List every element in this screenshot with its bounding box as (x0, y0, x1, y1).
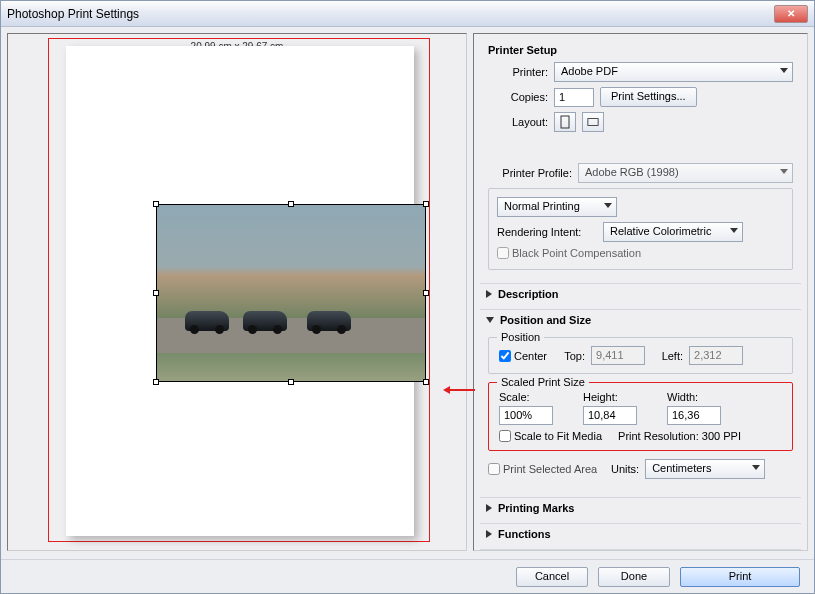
print-settings-button[interactable]: Print Settings... (600, 87, 697, 107)
functions-title: Functions (498, 528, 551, 540)
image-preview[interactable] (156, 204, 426, 382)
scaled-print-size-fieldset: Scaled Print Size Scale: 100% Height: 10… (488, 382, 793, 451)
center-label: Center (514, 350, 547, 362)
print-settings-dialog: Photoshop Print Settings ✕ 20,99 cm x 29… (0, 0, 815, 594)
center-checkbox[interactable]: Center (499, 350, 547, 362)
scale-input[interactable]: 100% (499, 406, 553, 425)
rendering-intent-select[interactable]: Relative Colorimetric (603, 222, 743, 242)
print-mode-select[interactable]: Normal Printing (497, 197, 617, 217)
print-resolution: Print Resolution: 300 PPI (618, 430, 741, 442)
paper-preview (66, 46, 414, 536)
chevron-down-icon (780, 169, 788, 174)
triangle-right-icon (486, 504, 492, 512)
description-section[interactable]: Description (480, 283, 801, 304)
print-selected-label: Print Selected Area (503, 463, 597, 475)
checkbox-icon[interactable] (499, 430, 511, 442)
position-legend: Position (497, 331, 544, 343)
units-label: Units: (603, 463, 639, 475)
left-input[interactable]: 2,312 (689, 346, 743, 365)
position-size-section[interactable]: Position and Size (480, 309, 801, 330)
description-title: Description (498, 288, 559, 300)
color-group: Printer Profile: Adobe RGB (1998) Normal… (480, 159, 801, 278)
position-fieldset: Position Center Top: 9,411 Left: 2,312 (488, 337, 793, 374)
width-input[interactable]: 16,36 (667, 406, 721, 425)
cancel-button[interactable]: Cancel (516, 567, 588, 587)
position-size-title: Position and Size (500, 314, 591, 326)
height-input[interactable]: 10,84 (583, 406, 637, 425)
svg-rect-0 (561, 116, 569, 128)
triangle-right-icon (486, 290, 492, 298)
checkbox-icon[interactable] (499, 350, 511, 362)
black-point-checkbox[interactable]: Black Point Compensation (497, 247, 641, 259)
print-selected-checkbox[interactable]: Print Selected Area (488, 463, 597, 475)
portrait-icon (559, 115, 571, 129)
copies-label: Copies: (488, 91, 548, 103)
position-size-group: Position Center Top: 9,411 Left: 2,312 S… (480, 335, 801, 492)
postscript-section[interactable]: PostScript Options (480, 549, 801, 551)
resize-handle[interactable] (423, 379, 429, 385)
resize-handle[interactable] (153, 290, 159, 296)
intent-value: Relative Colorimetric (610, 225, 711, 237)
photo-car (185, 311, 229, 331)
resize-handle[interactable] (423, 201, 429, 207)
triangle-down-icon (486, 317, 494, 323)
photo-content (157, 205, 425, 381)
printing-marks-section[interactable]: Printing Marks (480, 497, 801, 518)
top-input[interactable]: 9,411 (591, 346, 645, 365)
color-fieldset: Normal Printing Rendering Intent: Relati… (488, 188, 793, 270)
print-button[interactable]: Print (680, 567, 800, 587)
checkbox-icon[interactable] (497, 247, 509, 259)
printer-select[interactable]: Adobe PDF (554, 62, 793, 82)
black-point-label: Black Point Compensation (512, 247, 641, 259)
photo-car (243, 311, 287, 331)
resize-handle[interactable] (153, 201, 159, 207)
scale-label: Scale: (499, 391, 553, 403)
printer-value: Adobe PDF (561, 65, 618, 77)
profile-label: Printer Profile: (488, 167, 572, 179)
resize-handle[interactable] (288, 379, 294, 385)
units-select[interactable]: Centimeters (645, 459, 765, 479)
layout-label: Layout: (488, 116, 548, 128)
chevron-down-icon (780, 68, 788, 73)
svg-rect-1 (588, 119, 598, 126)
left-label: Left: (651, 350, 683, 362)
done-button[interactable]: Done (598, 567, 670, 587)
settings-pane: Printer Setup Printer: Adobe PDF Copies:… (473, 33, 808, 551)
chevron-down-icon (604, 203, 612, 208)
window-buttons: ✕ (774, 5, 808, 23)
scale-to-fit-checkbox[interactable]: Scale to Fit Media (499, 430, 602, 442)
titlebar[interactable]: Photoshop Print Settings ✕ (1, 1, 814, 27)
layout-landscape-button[interactable] (582, 112, 604, 132)
chevron-down-icon (730, 228, 738, 233)
copies-input[interactable]: 1 (554, 88, 594, 107)
photo-car (307, 311, 351, 331)
landscape-icon (587, 115, 599, 129)
scale-to-fit-label: Scale to Fit Media (514, 430, 602, 442)
dialog-footer: Cancel Done Print (1, 559, 814, 593)
annotation-arrow-icon (449, 389, 475, 391)
functions-section[interactable]: Functions (480, 523, 801, 544)
printer-label: Printer: (488, 66, 548, 78)
intent-label: Rendering Intent: (497, 226, 597, 238)
resize-handle[interactable] (423, 290, 429, 296)
resize-handle[interactable] (288, 201, 294, 207)
width-label: Width: (667, 391, 721, 403)
preview-pane: 20,99 cm x 29,67 cm (7, 33, 467, 551)
chevron-down-icon (752, 465, 760, 470)
units-value: Centimeters (652, 462, 711, 474)
height-label: Height: (583, 391, 637, 403)
printer-setup-group: Printer Setup Printer: Adobe PDF Copies:… (480, 40, 801, 145)
profile-value: Adobe RGB (1998) (585, 166, 679, 178)
checkbox-icon[interactable] (488, 463, 500, 475)
top-label: Top: (553, 350, 585, 362)
layout-portrait-button[interactable] (554, 112, 576, 132)
scaled-legend: Scaled Print Size (497, 376, 589, 388)
printer-setup-title: Printer Setup (488, 44, 793, 56)
window-title: Photoshop Print Settings (7, 7, 139, 21)
close-icon[interactable]: ✕ (774, 5, 808, 23)
printing-marks-title: Printing Marks (498, 502, 574, 514)
triangle-right-icon (486, 530, 492, 538)
printer-profile-select[interactable]: Adobe RGB (1998) (578, 163, 793, 183)
print-mode-value: Normal Printing (504, 200, 580, 212)
resize-handle[interactable] (153, 379, 159, 385)
